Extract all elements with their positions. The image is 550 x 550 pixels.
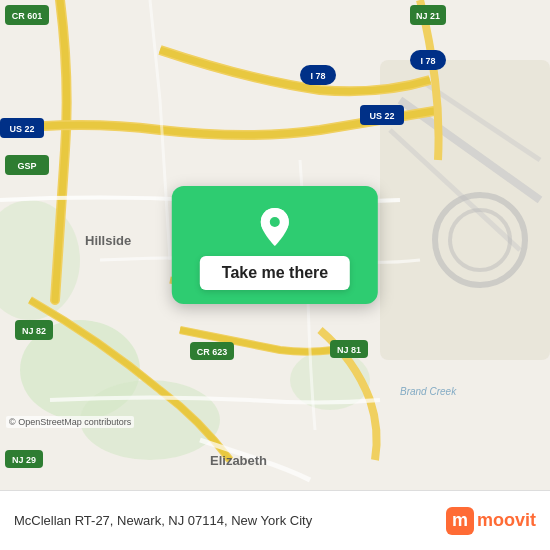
- svg-text:CR 601: CR 601: [12, 11, 43, 21]
- svg-text:NJ 82: NJ 82: [22, 326, 46, 336]
- svg-text:NJ 81: NJ 81: [337, 345, 361, 355]
- osm-credit: © OpenStreetMap contributors: [6, 416, 134, 428]
- svg-text:I 78: I 78: [420, 56, 435, 66]
- svg-point-39: [270, 217, 280, 227]
- take-me-there-button[interactable]: Take me there: [200, 256, 350, 290]
- svg-text:I 78: I 78: [310, 71, 325, 81]
- map-container: CR 601 GSP I 78 I 78 US 22 US 22 NJ 21 N…: [0, 0, 550, 490]
- bottom-bar: McClellan RT-27, Newark, NJ 07114, New Y…: [0, 490, 550, 550]
- svg-text:Elizabeth: Elizabeth: [210, 453, 267, 468]
- location-text: McClellan RT-27, Newark, NJ 07114, New Y…: [14, 513, 446, 528]
- moovit-wordmark: moovit: [477, 510, 536, 531]
- svg-text:US 22: US 22: [369, 111, 394, 121]
- moovit-m-icon: m: [446, 507, 474, 535]
- svg-text:GSP: GSP: [17, 161, 36, 171]
- svg-text:US 22: US 22: [9, 124, 34, 134]
- button-overlay: Take me there: [172, 186, 378, 304]
- svg-text:NJ 21: NJ 21: [416, 11, 440, 21]
- location-pin-icon: [253, 204, 297, 248]
- svg-text:Brand Creek: Brand Creek: [400, 386, 457, 397]
- svg-text:CR 623: CR 623: [197, 347, 228, 357]
- moovit-logo: m moovit: [446, 507, 536, 535]
- green-box: Take me there: [172, 186, 378, 304]
- svg-text:Hillside: Hillside: [85, 233, 131, 248]
- svg-text:NJ 29: NJ 29: [12, 455, 36, 465]
